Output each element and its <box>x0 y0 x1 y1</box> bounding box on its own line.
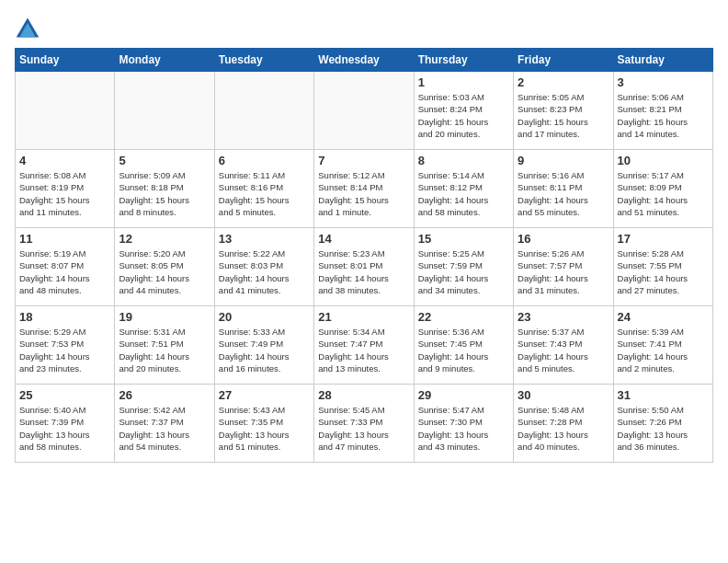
calendar-week-4: 18Sunrise: 5:29 AM Sunset: 7:53 PM Dayli… <box>16 306 713 385</box>
calendar-cell: 27Sunrise: 5:43 AM Sunset: 7:35 PM Dayli… <box>214 385 313 463</box>
calendar-cell: 24Sunrise: 5:39 AM Sunset: 7:41 PM Dayli… <box>613 306 712 385</box>
calendar-cell: 17Sunrise: 5:28 AM Sunset: 7:55 PM Dayli… <box>613 228 712 306</box>
day-number: 3 <box>618 75 709 89</box>
day-number: 16 <box>518 232 609 246</box>
day-info: Sunrise: 5:39 AM Sunset: 7:41 PM Dayligh… <box>618 326 709 374</box>
calendar-cell: 13Sunrise: 5:22 AM Sunset: 8:03 PM Dayli… <box>214 228 313 306</box>
calendar-cell <box>115 72 214 150</box>
calendar-cell: 26Sunrise: 5:42 AM Sunset: 7:37 PM Dayli… <box>115 385 214 463</box>
calendar-cell: 10Sunrise: 5:17 AM Sunset: 8:09 PM Dayli… <box>613 150 712 228</box>
day-number: 11 <box>19 232 110 246</box>
calendar-cell: 22Sunrise: 5:36 AM Sunset: 7:45 PM Dayli… <box>414 306 513 385</box>
day-number: 15 <box>418 232 509 246</box>
calendar-cell: 8Sunrise: 5:14 AM Sunset: 8:12 PM Daylig… <box>414 150 513 228</box>
weekday-header-saturday: Saturday <box>613 49 712 72</box>
logo <box>15 15 44 40</box>
day-number: 29 <box>418 388 509 402</box>
day-info: Sunrise: 5:12 AM Sunset: 8:14 PM Dayligh… <box>318 169 409 218</box>
calendar-cell <box>16 72 115 150</box>
calendar-cell: 19Sunrise: 5:31 AM Sunset: 7:51 PM Dayli… <box>115 306 214 385</box>
calendar-cell: 12Sunrise: 5:20 AM Sunset: 8:05 PM Dayli… <box>115 228 214 306</box>
calendar-cell: 9Sunrise: 5:16 AM Sunset: 8:11 PM Daylig… <box>514 150 613 228</box>
day-number: 14 <box>318 232 409 246</box>
day-info: Sunrise: 5:17 AM Sunset: 8:09 PM Dayligh… <box>618 169 709 218</box>
day-info: Sunrise: 5:47 AM Sunset: 7:30 PM Dayligh… <box>418 404 509 453</box>
calendar-cell: 31Sunrise: 5:50 AM Sunset: 7:26 PM Dayli… <box>613 385 712 463</box>
calendar-week-5: 25Sunrise: 5:40 AM Sunset: 7:39 PM Dayli… <box>16 385 713 463</box>
day-info: Sunrise: 5:08 AM Sunset: 8:19 PM Dayligh… <box>19 169 110 218</box>
calendar-table: SundayMondayTuesdayWednesdayThursdayFrid… <box>15 48 713 463</box>
day-info: Sunrise: 5:31 AM Sunset: 7:51 PM Dayligh… <box>119 326 210 374</box>
day-info: Sunrise: 5:43 AM Sunset: 7:35 PM Dayligh… <box>219 404 310 453</box>
day-info: Sunrise: 5:22 AM Sunset: 8:03 PM Dayligh… <box>219 247 310 296</box>
calendar-cell: 29Sunrise: 5:47 AM Sunset: 7:30 PM Dayli… <box>414 385 513 463</box>
day-number: 18 <box>19 310 110 324</box>
day-number: 9 <box>518 154 609 167</box>
calendar-cell: 30Sunrise: 5:48 AM Sunset: 7:28 PM Dayli… <box>514 385 613 463</box>
day-info: Sunrise: 5:16 AM Sunset: 8:11 PM Dayligh… <box>518 169 609 218</box>
day-number: 5 <box>119 154 210 167</box>
day-number: 2 <box>518 75 609 89</box>
day-info: Sunrise: 5:09 AM Sunset: 8:18 PM Dayligh… <box>119 169 210 218</box>
day-info: Sunrise: 5:03 AM Sunset: 8:24 PM Dayligh… <box>418 91 509 140</box>
calendar-cell: 28Sunrise: 5:45 AM Sunset: 7:33 PM Dayli… <box>314 385 414 463</box>
weekday-header-sunday: Sunday <box>16 49 115 72</box>
calendar-cell: 2Sunrise: 5:05 AM Sunset: 8:23 PM Daylig… <box>514 72 613 150</box>
calendar-week-1: 1Sunrise: 5:03 AM Sunset: 8:24 PM Daylig… <box>16 72 713 150</box>
calendar-cell: 23Sunrise: 5:37 AM Sunset: 7:43 PM Dayli… <box>514 306 613 385</box>
weekday-header-row: SundayMondayTuesdayWednesdayThursdayFrid… <box>16 49 713 72</box>
day-number: 7 <box>318 154 409 167</box>
day-info: Sunrise: 5:28 AM Sunset: 7:55 PM Dayligh… <box>618 247 709 296</box>
day-number: 23 <box>518 310 609 324</box>
day-info: Sunrise: 5:36 AM Sunset: 7:45 PM Dayligh… <box>418 326 509 374</box>
logo-icon <box>15 15 40 40</box>
day-info: Sunrise: 5:14 AM Sunset: 8:12 PM Dayligh… <box>418 169 509 218</box>
calendar-cell: 25Sunrise: 5:40 AM Sunset: 7:39 PM Dayli… <box>16 385 115 463</box>
day-info: Sunrise: 5:45 AM Sunset: 7:33 PM Dayligh… <box>318 404 409 453</box>
calendar-cell: 11Sunrise: 5:19 AM Sunset: 8:07 PM Dayli… <box>16 228 115 306</box>
day-info: Sunrise: 5:19 AM Sunset: 8:07 PM Dayligh… <box>19 247 110 296</box>
weekday-header-friday: Friday <box>514 49 613 72</box>
day-number: 12 <box>119 232 210 246</box>
day-info: Sunrise: 5:48 AM Sunset: 7:28 PM Dayligh… <box>518 404 609 453</box>
day-number: 19 <box>119 310 210 324</box>
day-info: Sunrise: 5:25 AM Sunset: 7:59 PM Dayligh… <box>418 247 509 296</box>
calendar-cell: 6Sunrise: 5:11 AM Sunset: 8:16 PM Daylig… <box>214 150 313 228</box>
day-number: 1 <box>418 75 509 89</box>
page-header <box>15 15 713 40</box>
calendar-week-2: 4Sunrise: 5:08 AM Sunset: 8:19 PM Daylig… <box>16 150 713 228</box>
calendar-cell: 15Sunrise: 5:25 AM Sunset: 7:59 PM Dayli… <box>414 228 513 306</box>
weekday-header-wednesday: Wednesday <box>314 49 414 72</box>
day-info: Sunrise: 5:20 AM Sunset: 8:05 PM Dayligh… <box>119 247 210 296</box>
day-number: 13 <box>219 232 310 246</box>
day-number: 17 <box>618 232 709 246</box>
calendar-cell: 3Sunrise: 5:06 AM Sunset: 8:21 PM Daylig… <box>613 72 712 150</box>
day-number: 24 <box>618 310 709 324</box>
day-number: 22 <box>418 310 509 324</box>
day-number: 26 <box>119 388 210 402</box>
calendar-cell: 4Sunrise: 5:08 AM Sunset: 8:19 PM Daylig… <box>16 150 115 228</box>
weekday-header-monday: Monday <box>115 49 214 72</box>
calendar-cell: 14Sunrise: 5:23 AM Sunset: 8:01 PM Dayli… <box>314 228 414 306</box>
day-number: 27 <box>219 388 310 402</box>
day-number: 6 <box>219 154 310 167</box>
calendar-cell: 18Sunrise: 5:29 AM Sunset: 7:53 PM Dayli… <box>16 306 115 385</box>
day-number: 4 <box>19 154 110 167</box>
day-info: Sunrise: 5:29 AM Sunset: 7:53 PM Dayligh… <box>19 326 110 374</box>
day-info: Sunrise: 5:05 AM Sunset: 8:23 PM Dayligh… <box>518 91 609 140</box>
day-number: 30 <box>518 388 609 402</box>
day-number: 20 <box>219 310 310 324</box>
day-info: Sunrise: 5:11 AM Sunset: 8:16 PM Dayligh… <box>219 169 310 218</box>
calendar-cell: 16Sunrise: 5:26 AM Sunset: 7:57 PM Dayli… <box>514 228 613 306</box>
calendar-cell: 5Sunrise: 5:09 AM Sunset: 8:18 PM Daylig… <box>115 150 214 228</box>
day-number: 8 <box>418 154 509 167</box>
day-number: 31 <box>618 388 709 402</box>
day-info: Sunrise: 5:50 AM Sunset: 7:26 PM Dayligh… <box>618 404 709 453</box>
weekday-header-thursday: Thursday <box>414 49 513 72</box>
weekday-header-tuesday: Tuesday <box>214 49 313 72</box>
day-info: Sunrise: 5:37 AM Sunset: 7:43 PM Dayligh… <box>518 326 609 374</box>
day-info: Sunrise: 5:23 AM Sunset: 8:01 PM Dayligh… <box>318 247 409 296</box>
day-number: 10 <box>618 154 709 167</box>
calendar-cell <box>314 72 414 150</box>
calendar-cell: 21Sunrise: 5:34 AM Sunset: 7:47 PM Dayli… <box>314 306 414 385</box>
